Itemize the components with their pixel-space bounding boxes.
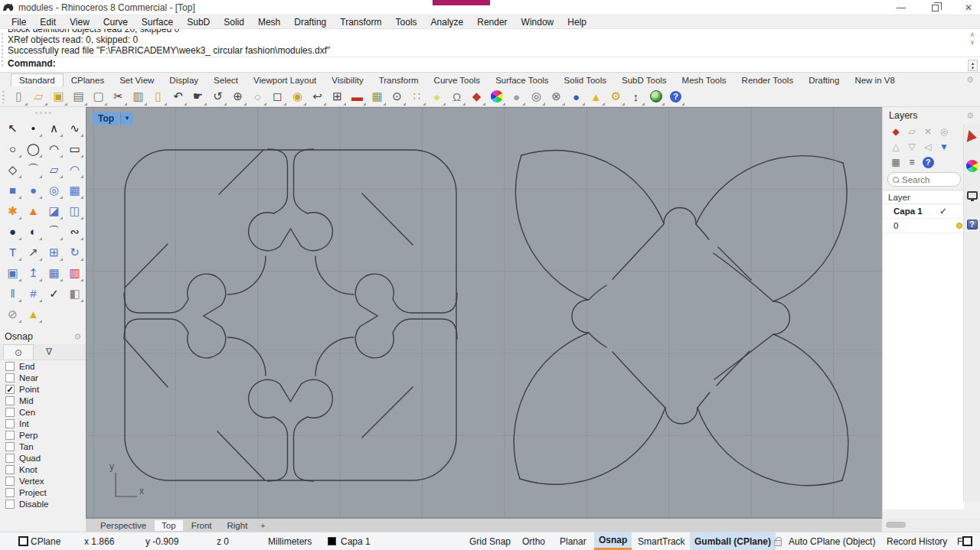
add-viewport-button[interactable]: +	[256, 521, 265, 530]
status-planar[interactable]: Planar	[560, 532, 586, 550]
osnap-option-vertex[interactable]: Vertex	[0, 475, 86, 487]
help-button[interactable]: ?	[666, 87, 685, 106]
layer-state-button[interactable]: ◆	[467, 87, 486, 106]
osnap-option-tan[interactable]: Tan	[0, 441, 86, 452]
ghosted-viewport-button[interactable]: ⊗	[547, 87, 566, 106]
toolbar-tab-render-tools[interactable]: Render Tools	[734, 74, 802, 86]
tool-copy[interactable]: ⊞	[44, 242, 64, 262]
module-curve[interactable]	[773, 163, 847, 301]
tool-curve-interpolate[interactable]: ∿	[64, 118, 85, 138]
delete-layer-button[interactable]: ✕	[921, 125, 935, 138]
zoom-selected-button[interactable]: ◉	[288, 87, 307, 106]
module-curve[interactable]	[249, 149, 333, 251]
tool-blend-curve[interactable]: ∾	[64, 221, 85, 242]
tool-select[interactable]: ↖	[2, 118, 23, 138]
tool-explode-blocks[interactable]: ▲	[23, 200, 44, 221]
properties-page-button[interactable]: ▢	[89, 87, 108, 106]
undo-view-change-button[interactable]: ↩	[308, 87, 327, 106]
module-curve[interactable]	[124, 274, 226, 358]
status-lock[interactable]	[774, 532, 782, 550]
restore-button[interactable]	[928, 2, 942, 14]
rotate-view-button[interactable]: ↺	[208, 87, 227, 106]
tab-layers-icon[interactable]	[965, 130, 979, 144]
toolbar-tab-display[interactable]: Display	[162, 74, 206, 86]
sidebar-grip[interactable]	[0, 107, 86, 113]
module-curve[interactable]	[773, 334, 848, 480]
viewport-tab-top[interactable]: Top	[155, 520, 183, 531]
lock-button[interactable]: Ω	[447, 87, 466, 106]
module-curve[interactable]	[696, 156, 843, 224]
tool-curve-fillet[interactable]: ⌒	[23, 159, 44, 180]
menu-tools[interactable]: Tools	[389, 16, 424, 28]
osnap-option-cen[interactable]: Cen	[0, 406, 86, 418]
module-curve[interactable]	[515, 155, 588, 300]
osnap-option-quad[interactable]: Quad	[0, 452, 86, 464]
osnap-option-project[interactable]: Project	[0, 487, 86, 498]
tool-group[interactable]: ◧	[64, 283, 85, 304]
module-curve[interactable]	[612, 352, 665, 408]
undo-button[interactable]: ↶	[168, 87, 188, 106]
menu-help[interactable]: Help	[560, 16, 593, 28]
tab-display-color-icon[interactable]	[965, 159, 979, 173]
module-curve[interactable]	[227, 256, 266, 295]
osnap-tab-snaps[interactable]: ⊙	[3, 344, 34, 360]
tool-mirror[interactable]: ‖	[2, 283, 23, 304]
cut-button[interactable]: ✂	[109, 87, 128, 106]
tool-edit-points[interactable]: #	[23, 283, 44, 304]
tool-circle[interactable]: ○	[2, 138, 23, 159]
layer-on-bulb-icon[interactable]	[956, 223, 962, 229]
dimension-button[interactable]: ↕	[626, 87, 645, 106]
module-curve[interactable]	[514, 333, 589, 479]
checkbox-project[interactable]	[5, 488, 15, 497]
toolbar-tab-new-in-v8[interactable]: New in V8	[847, 74, 902, 86]
module-curve[interactable]	[714, 253, 773, 301]
print-button[interactable]: ▤	[69, 87, 88, 106]
tool-surface-curved[interactable]: ◠	[64, 159, 85, 180]
layer-table-button[interactable]: ▦	[889, 156, 903, 168]
tool-explode[interactable]: ✱	[2, 200, 23, 221]
module-curve[interactable]	[773, 301, 790, 334]
zoom-extents-button[interactable]: ◌	[248, 87, 267, 106]
toolbar-tab-standard[interactable]: Standard	[11, 73, 64, 86]
tool-move[interactable]: ↗	[23, 242, 44, 262]
tool-rotate[interactable]: ↻	[64, 242, 85, 262]
status-cplane-label[interactable]: CPlane	[31, 532, 60, 550]
osnap-option-near[interactable]: Near	[0, 372, 86, 383]
cplane-map-button[interactable]: ▦	[368, 87, 387, 106]
status-coord-x[interactable]: x 1.866	[84, 532, 114, 550]
tool-text[interactable]: T	[2, 242, 23, 262]
status-grid-snap[interactable]: Grid Snap	[469, 532, 511, 550]
status-cplane-swatch[interactable]	[18, 532, 28, 550]
toolbar-tab-cplanes[interactable]: CPlanes	[64, 74, 112, 86]
tool-extrude[interactable]: ↥	[23, 262, 44, 283]
set-cplane-origin-button[interactable]: ⊙	[387, 87, 407, 106]
menu-transform[interactable]: Transform	[333, 16, 388, 28]
move-layer-up-button[interactable]: △	[889, 141, 903, 153]
rendered-viewport-button[interactable]: ●	[567, 87, 586, 106]
module-curve[interactable]	[315, 337, 354, 376]
menu-drafting[interactable]: Drafting	[287, 16, 333, 28]
layers-gear-icon[interactable]: ⚙	[966, 111, 974, 121]
status-units[interactable]: Millimeters	[268, 532, 312, 550]
tool-arc[interactable]: ◠	[44, 138, 64, 159]
menu-subd[interactable]: SubD	[180, 16, 217, 28]
checkbox-int[interactable]	[5, 419, 15, 428]
menu-analyze[interactable]: Analyze	[424, 16, 471, 28]
toolbar-tab-viewport-layout[interactable]: Viewport Layout	[246, 74, 324, 86]
module-curve[interactable]	[125, 339, 168, 387]
viewport-menu-chevron-icon[interactable]: ▼	[120, 112, 133, 125]
module-curve[interactable]	[227, 337, 266, 376]
osnap-option-point[interactable]: ✓Point	[0, 383, 86, 395]
toolbar-tab-visibility[interactable]: Visibility	[324, 74, 371, 86]
menu-window[interactable]: Window	[514, 16, 561, 28]
toolbar-tab-select[interactable]: Select	[206, 74, 246, 86]
zoom-window-button[interactable]: ◻	[268, 87, 287, 106]
tool-split[interactable]: ◫	[64, 200, 85, 221]
module-curve[interactable]	[589, 285, 606, 300]
module-curve[interactable]	[125, 244, 168, 288]
menu-file[interactable]: File	[5, 16, 33, 28]
tool-boolean-difference[interactable]: ◐	[23, 221, 44, 242]
module-curve[interactable]	[697, 392, 710, 408]
command-prompt[interactable]: Command:	[8, 57, 980, 69]
osnap-option-perp[interactable]: Perp	[0, 429, 86, 441]
